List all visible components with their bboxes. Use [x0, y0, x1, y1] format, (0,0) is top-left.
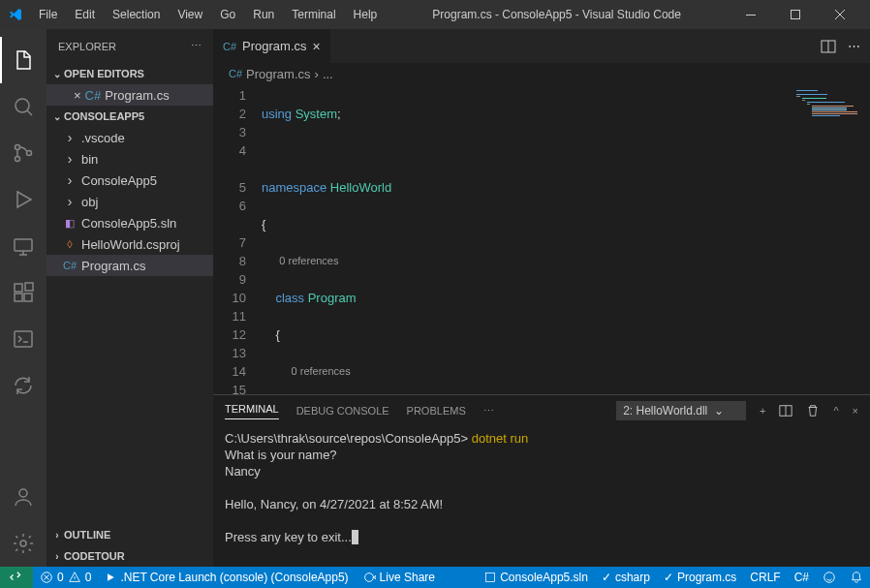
status-bell-icon[interactable] [843, 567, 870, 588]
code-content[interactable]: using System; namespace HelloWorld { 0 r… [262, 84, 792, 394]
file-csproj[interactable]: ◊HelloWorld.csproj [47, 233, 213, 255]
account-icon[interactable] [0, 474, 47, 520]
chevron-right-icon [62, 172, 78, 188]
svg-rect-20 [486, 573, 495, 582]
csharp-file-icon: C# [62, 260, 78, 271]
settings-gear-icon[interactable] [0, 520, 47, 567]
sync-icon[interactable] [0, 362, 47, 409]
svg-rect-0 [746, 15, 756, 15]
source-control-icon[interactable] [0, 130, 47, 176]
folder-obj[interactable]: obj [47, 191, 213, 212]
terminal-cursor [352, 530, 358, 544]
main-area: EXPLORER ⋯ ⌄OPEN EDITORS × C# Program.cs… [0, 29, 870, 567]
status-launch[interactable]: .NET Core Launch (console) (ConsoleApp5) [98, 567, 355, 588]
svg-point-5 [27, 151, 32, 156]
terminal-output[interactable]: C:\Users\thrak\source\repos\ConsoleApp5>… [213, 426, 870, 567]
split-terminal-icon[interactable] [779, 404, 792, 418]
run-debug-icon[interactable] [0, 176, 47, 223]
chevron-right-icon [62, 151, 78, 167]
editor-tabs: C# Program.cs × ⋯ [213, 29, 870, 63]
svg-point-3 [16, 145, 20, 150]
status-csharp[interactable]: ✓ csharp [595, 567, 657, 588]
code-editor[interactable]: 1234 56 789101112131415 using System; na… [213, 84, 870, 394]
file-sln[interactable]: ◧ConsoleApp5.sln [47, 212, 213, 233]
terminal-select[interactable]: 2: HelloWorld.dll ⌄ [616, 401, 746, 420]
menu-view[interactable]: View [170, 4, 210, 25]
sidebar: EXPLORER ⋯ ⌄OPEN EDITORS × C# Program.cs… [47, 29, 213, 567]
close-panel-icon[interactable]: × [853, 405, 858, 417]
tab-problems[interactable]: PROBLEMS [407, 405, 466, 417]
open-editors-section[interactable]: ⌄OPEN EDITORS [47, 63, 213, 84]
close-editor-icon[interactable]: × [74, 88, 81, 103]
svg-rect-10 [25, 283, 33, 291]
status-liveshare[interactable]: Live Share [356, 567, 442, 588]
breadcrumb[interactable]: C# Program.cs › ... [213, 63, 870, 84]
split-editor-icon[interactable] [821, 39, 836, 54]
extensions-icon[interactable] [0, 269, 47, 316]
activity-bar [0, 29, 47, 567]
csproj-file-icon: ◊ [62, 238, 78, 250]
close-button[interactable] [818, 0, 862, 29]
status-program[interactable]: ✓ Program.cs [657, 567, 743, 588]
csharp-file-icon: C# [223, 41, 236, 52]
close-tab-icon[interactable]: × [313, 39, 321, 54]
sidebar-title: EXPLORER ⋯ [47, 29, 213, 63]
svg-rect-8 [15, 294, 22, 301]
sln-file-icon: ◧ [62, 217, 78, 230]
chevron-right-icon [62, 130, 78, 145]
folder-bin[interactable]: bin [47, 148, 213, 170]
svg-point-2 [16, 99, 29, 112]
svg-rect-9 [24, 294, 32, 301]
status-sln[interactable]: ConsoleApp5.sln [478, 567, 595, 588]
window-controls [729, 0, 862, 29]
svg-point-12 [19, 489, 27, 497]
menu-run[interactable]: Run [245, 4, 282, 25]
codetour-section[interactable]: ›CODETOUR [47, 545, 213, 567]
status-lang[interactable]: C# [788, 567, 816, 588]
remote-explorer-icon[interactable] [0, 223, 47, 269]
remote-indicator[interactable] [0, 567, 33, 588]
window-title: Program.cs - ConsoleApp5 - Visual Studio… [385, 8, 729, 21]
minimap[interactable] [792, 84, 870, 394]
line-numbers: 1234 56 789101112131415 [213, 84, 262, 394]
menu-file[interactable]: File [31, 4, 65, 25]
maximize-button[interactable] [773, 0, 818, 29]
folder-vscode[interactable]: .vscode [47, 127, 213, 148]
status-bar: 00 .NET Core Launch (console) (ConsoleAp… [0, 567, 870, 588]
tab-debug-console[interactable]: DEBUG CONSOLE [296, 405, 389, 417]
menu-edit[interactable]: Edit [67, 4, 103, 25]
svg-rect-1 [792, 11, 800, 19]
project-section[interactable]: ⌄CONSOLEAPP5 [47, 106, 213, 127]
outline-section[interactable]: ›OUTLINE [47, 524, 213, 545]
svg-point-21 [824, 573, 835, 583]
new-terminal-icon[interactable]: + [760, 405, 765, 417]
vscode-logo-icon [8, 7, 23, 22]
explorer-icon[interactable] [0, 37, 47, 83]
file-program-cs[interactable]: C#Program.cs [47, 255, 213, 276]
more-actions-icon[interactable]: ⋯ [848, 39, 860, 53]
tab-program-cs[interactable]: C# Program.cs × [213, 29, 331, 63]
svg-rect-6 [15, 239, 32, 251]
svg-rect-11 [15, 331, 32, 347]
menu-terminal[interactable]: Terminal [284, 4, 343, 25]
tab-terminal[interactable]: TERMINAL [225, 403, 279, 419]
status-feedback-icon[interactable] [816, 567, 843, 588]
svg-rect-7 [15, 284, 22, 292]
status-errors[interactable]: 00 [33, 567, 98, 588]
panel-more-icon[interactable]: ⋯ [483, 405, 494, 418]
menu-go[interactable]: Go [212, 4, 243, 25]
status-lineend[interactable]: CRLF [743, 567, 787, 588]
menu-selection[interactable]: Selection [105, 4, 168, 25]
terminal-panel-icon[interactable] [0, 316, 47, 362]
csharp-file-icon: C# [229, 68, 242, 79]
kill-terminal-icon[interactable] [806, 404, 820, 418]
sidebar-more-icon[interactable]: ⋯ [191, 40, 202, 52]
folder-consoleapp5[interactable]: ConsoleApp5 [47, 170, 213, 191]
svg-point-19 [364, 573, 373, 582]
open-editor-item[interactable]: × C# Program.cs [47, 84, 213, 106]
minimize-button[interactable] [729, 0, 773, 29]
maximize-panel-icon[interactable]: ^ [833, 405, 838, 417]
search-icon[interactable] [0, 83, 47, 130]
editor-area: C# Program.cs × ⋯ C# Program.cs › ... 12… [213, 29, 870, 567]
menu-help[interactable]: Help [346, 4, 386, 25]
